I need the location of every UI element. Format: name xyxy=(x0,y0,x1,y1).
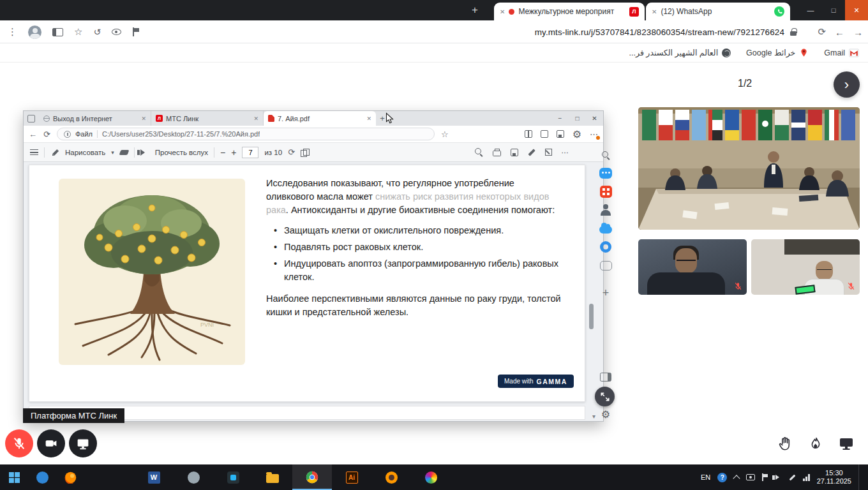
rail-comments-button[interactable] xyxy=(597,257,614,274)
taskbar-app-firefox[interactable] xyxy=(56,464,84,490)
close-icon[interactable]: ✕ xyxy=(652,8,657,15)
minimize-icon[interactable]: — xyxy=(799,0,822,20)
tray-volume-icon[interactable] xyxy=(775,475,782,480)
video-feed-participant-2[interactable] xyxy=(751,239,860,295)
save-icon[interactable] xyxy=(557,130,564,138)
taskbar-clock[interactable]: 15:30 27.11.2025 xyxy=(817,469,851,486)
split-screen-icon[interactable] xyxy=(525,130,532,138)
fullscreen-button[interactable] xyxy=(595,387,615,406)
taskbar-app-illustrator[interactable]: Ai xyxy=(332,464,371,490)
shared-tab-mts-link[interactable]: Л МТС Линк ✕ xyxy=(151,111,264,126)
tray-flag-icon[interactable] xyxy=(762,473,768,481)
tray-camera-icon[interactable] xyxy=(746,474,755,480)
video-feed-room[interactable] xyxy=(638,107,860,230)
screen-share-button[interactable] xyxy=(69,429,97,457)
refresh-icon[interactable]: ⟳ xyxy=(43,130,50,139)
zoom-out-icon[interactable]: − xyxy=(220,147,225,158)
print-icon[interactable] xyxy=(493,151,501,156)
minimize-icon[interactable]: − xyxy=(551,111,569,126)
video-feed-participant-1[interactable] xyxy=(638,239,747,295)
zoom-in-icon[interactable]: + xyxy=(231,147,236,158)
address-bar[interactable]: my.mts-link.ru/j/53707841/8238060354/str… xyxy=(535,20,797,43)
history-icon[interactable]: ↺ xyxy=(93,27,101,37)
raise-hand-button[interactable] xyxy=(774,431,797,456)
tray-expand-icon[interactable] xyxy=(733,475,740,482)
bookmark-item-gmail[interactable]: Gmail xyxy=(824,48,859,57)
read-aloud-label[interactable]: Прочесть вслух xyxy=(155,149,208,156)
favorite-star-icon[interactable]: ☆ xyxy=(441,130,449,139)
taskbar-app-gray[interactable] xyxy=(174,464,213,490)
share-screen-toggle-button[interactable] xyxy=(835,431,858,456)
taskbar-app-photo[interactable] xyxy=(411,464,451,490)
tray-network-icon[interactable] xyxy=(803,474,810,481)
side-panel-icon[interactable] xyxy=(52,28,63,36)
taskbar-app-blue[interactable] xyxy=(28,464,56,490)
lock-icon[interactable] xyxy=(790,28,797,36)
fullscreen-icon[interactable] xyxy=(545,149,552,156)
bookmark-item[interactable]: العالم الشهير الكسندر فر... xyxy=(629,48,731,57)
info-icon[interactable] xyxy=(64,131,71,138)
shared-tab-pdf[interactable]: 7. Айя.pdf ✕ xyxy=(264,111,376,126)
taskbar-app-dark[interactable] xyxy=(213,464,253,490)
maximize-icon[interactable]: □ xyxy=(822,0,845,20)
close-icon[interactable]: ✕ xyxy=(141,115,146,122)
read-aloud-icon[interactable] xyxy=(140,149,148,156)
rail-chat-button[interactable] xyxy=(597,165,614,181)
rotate-icon[interactable]: ⟳ xyxy=(288,147,295,157)
new-tab-icon[interactable]: + xyxy=(467,3,483,18)
back-icon[interactable]: ← xyxy=(835,27,844,38)
shared-tab-internet[interactable]: Выход в Интернет ✕ xyxy=(39,111,151,126)
next-page-button[interactable]: › xyxy=(834,71,860,98)
save-icon[interactable] xyxy=(511,149,518,156)
page-view-icon[interactable] xyxy=(301,149,308,156)
rail-record-button[interactable] xyxy=(597,239,614,255)
camera-button[interactable] xyxy=(37,429,65,457)
search-icon[interactable] xyxy=(475,148,483,156)
rail-search-button[interactable] xyxy=(597,147,614,163)
taskbar-file-explorer[interactable] xyxy=(253,464,292,490)
close-icon[interactable]: ✕ xyxy=(366,115,371,122)
close-icon[interactable]: ✕ xyxy=(253,115,258,122)
page-number-input[interactable] xyxy=(242,147,258,158)
reactions-button[interactable] xyxy=(804,431,827,456)
taskbar-app-word[interactable]: W xyxy=(134,464,174,490)
rail-participants-button[interactable] xyxy=(597,202,614,218)
rail-apps-button[interactable] xyxy=(597,183,614,200)
close-window-icon[interactable]: ✕ xyxy=(586,111,603,126)
help-icon[interactable]: ? xyxy=(717,473,727,482)
bookmark-item-maps[interactable]: خرائط Google xyxy=(746,48,809,57)
browser-tab-whatsapp[interactable]: ✕ (12) WhatsApp xyxy=(646,3,790,20)
taskbar-app-chrome[interactable] xyxy=(292,464,332,490)
eraser-icon[interactable] xyxy=(119,150,129,155)
flag-icon[interactable] xyxy=(132,27,140,36)
profile-avatar[interactable] xyxy=(28,26,41,39)
draw-pen-icon[interactable] xyxy=(50,148,59,157)
taskbar-app-nox[interactable] xyxy=(371,464,411,490)
rail-settings-button[interactable]: ⚙ xyxy=(597,406,614,422)
reading-mode-icon[interactable] xyxy=(112,29,121,35)
tray-pen-icon[interactable] xyxy=(789,474,796,480)
collections-icon[interactable] xyxy=(541,130,548,138)
menu-dots-icon[interactable]: ⋮ xyxy=(8,26,17,38)
scrollbar-thumb[interactable] xyxy=(589,304,594,329)
menu-icon[interactable] xyxy=(30,149,38,155)
close-icon[interactable]: ✕ xyxy=(500,8,505,15)
close-window-icon[interactable]: ✕ xyxy=(845,0,868,20)
show-desktop-button[interactable] xyxy=(858,464,862,490)
more-options-icon[interactable]: ⋯ xyxy=(562,148,569,157)
microphone-mute-button[interactable] xyxy=(5,429,33,457)
forward-icon[interactable]: → xyxy=(853,27,863,38)
rail-cloud-button[interactable] xyxy=(597,220,614,237)
back-icon[interactable]: ← xyxy=(29,130,37,139)
chevron-down-icon[interactable]: ▾ xyxy=(111,149,114,156)
start-button[interactable] xyxy=(0,464,28,490)
settings-gear-icon[interactable]: ⚙ xyxy=(572,128,581,140)
pdf-viewport[interactable]: PVNI Исследования показывают, что регуля… xyxy=(24,162,603,421)
highlighter-icon[interactable] xyxy=(528,149,535,156)
refresh-icon[interactable]: ⟳ xyxy=(818,26,826,38)
file-address-field[interactable]: Файл C:/Users/user253/Desktop/27-11-25/7… xyxy=(57,128,435,140)
maximize-icon[interactable]: □ xyxy=(569,111,586,126)
rail-layout-button[interactable] xyxy=(597,369,614,385)
browser-tab-meeting[interactable]: ✕ Межкультурное мероприят Л xyxy=(494,3,645,20)
scroll-down-icon[interactable]: ▾ xyxy=(592,413,595,420)
